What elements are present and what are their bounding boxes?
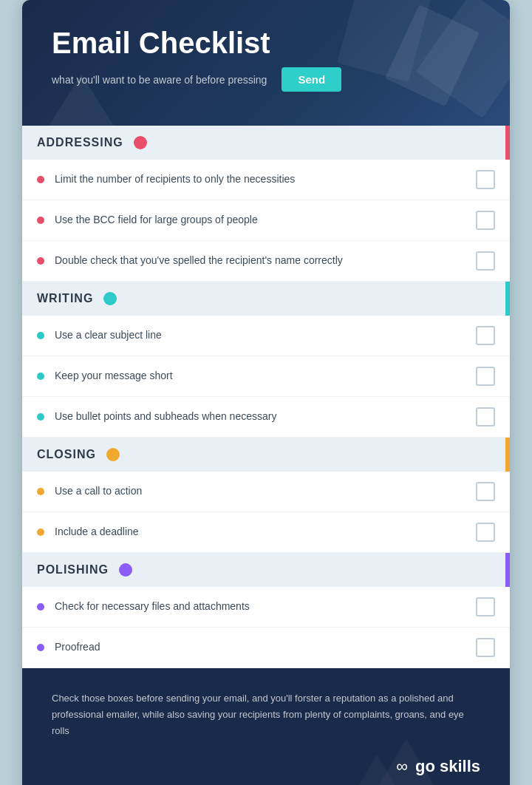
item-text-writing-1: Keep your message short [55,369,476,384]
checklist-item-writing-2: Use bullet points and subheads when nece… [22,397,510,438]
checklist-item-addressing-2: Double check that you've spelled the rec… [22,241,510,282]
section-header-writing: WRITING [22,282,510,316]
checklist-item-addressing-1: Use the BCC field for large groups of pe… [22,200,510,241]
item-text-addressing-1: Use the BCC field for large groups of pe… [55,213,476,228]
infinity-icon: ∞ [396,757,408,776]
section-label-closing: CLOSING [37,448,96,461]
checklist-item-addressing-0: Limit the number of recipients to only t… [22,160,510,200]
section-bar-closing [505,438,510,472]
section-bar-writing [505,282,510,316]
footer-text: Check those boxes before sending your em… [52,690,480,739]
section-header-closing: CLOSING [22,438,510,472]
footer-brand: ∞ go skills [52,757,480,776]
checkbox-closing-1[interactable] [476,523,495,542]
item-bullet-closing-0 [37,488,44,495]
item-bullet-writing-0 [37,332,44,339]
section-header-addressing: ADDRESSING [22,126,510,160]
checkbox-closing-0[interactable] [476,482,495,501]
brand-name: go skills [415,757,480,776]
item-text-polishing-1: Proofread [55,640,476,655]
item-bullet-writing-1 [37,373,44,380]
checklist-item-polishing-0: Check for necessary files and attachment… [22,587,510,628]
section-label-addressing: ADDRESSING [37,136,123,149]
checkbox-addressing-0[interactable] [476,170,495,189]
checkbox-writing-2[interactable] [476,407,495,427]
section-dot-closing [106,448,120,461]
section-label-writing: WRITING [37,292,93,305]
checklist-item-writing-0: Use a clear subject line [22,316,510,356]
item-bullet-addressing-1 [37,217,44,224]
item-bullet-polishing-0 [37,603,44,611]
checkbox-writing-1[interactable] [476,367,495,386]
item-bullet-addressing-0 [37,176,44,183]
checkbox-writing-0[interactable] [476,326,495,345]
checkbox-addressing-1[interactable] [476,211,495,230]
section-dot-polishing [119,563,132,577]
section-dot-writing [103,292,117,305]
footer: Check those boxes before sending your em… [22,668,510,785]
section-bar-addressing [505,126,510,160]
checklist-item-closing-0: Use a call to action [22,472,510,512]
item-text-closing-1: Include a deadline [55,525,476,540]
checklist-item-polishing-1: Proofread [22,628,510,668]
section-label-polishing: POLISHING [37,563,109,577]
subtitle-text: what you'll want to be aware of before p… [52,74,267,86]
checklist-body: ADDRESSINGLimit the number of recipients… [22,126,510,668]
page-title: Email Checklist [52,27,480,60]
section-bar-polishing [505,553,510,587]
email-checklist-card: Email Checklist what you'll want to be a… [22,0,510,785]
header-subtitle-row: what you'll want to be aware of before p… [52,67,480,92]
item-text-writing-0: Use a clear subject line [55,328,476,343]
item-text-writing-2: Use bullet points and subheads when nece… [55,410,476,424]
checkbox-polishing-0[interactable] [476,597,495,616]
item-bullet-addressing-2 [37,257,44,265]
section-dot-addressing [134,136,147,149]
item-bullet-writing-2 [37,413,44,421]
item-text-addressing-0: Limit the number of recipients to only t… [55,172,476,187]
header: Email Checklist what you'll want to be a… [22,0,510,126]
item-text-addressing-2: Double check that you've spelled the rec… [55,254,476,268]
checklist-item-closing-1: Include a deadline [22,512,510,553]
send-button[interactable]: Send [282,67,341,92]
checkbox-addressing-2[interactable] [476,251,495,271]
item-bullet-polishing-1 [37,644,44,651]
checkbox-polishing-1[interactable] [476,638,495,657]
checklist-item-writing-1: Keep your message short [22,356,510,397]
item-text-polishing-0: Check for necessary files and attachment… [55,599,476,614]
section-header-polishing: POLISHING [22,553,510,587]
item-bullet-closing-1 [37,529,44,536]
item-text-closing-0: Use a call to action [55,484,476,499]
